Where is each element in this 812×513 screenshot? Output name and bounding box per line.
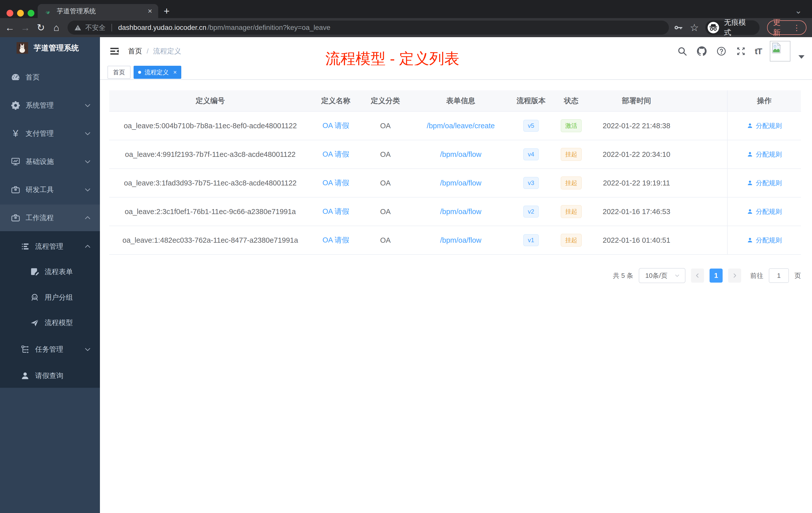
table-row: oa_leave:4:991f2193-7b7f-11ec-a3c8-acde4… [109,140,801,169]
password-key-icon[interactable] [673,23,684,33]
select-chevron-down-icon [674,272,680,279]
chevron-down-icon [84,158,91,165]
goto-page-input[interactable] [769,268,789,283]
security-warning-icon [74,24,82,31]
bookmark-star-icon[interactable]: ☆ [690,22,699,33]
sidebar-item-task-management[interactable]: 任务管理 [0,336,100,363]
definition-category: OA [360,179,410,187]
search-icon[interactable] [676,46,688,57]
deploy-time: 2022-01-22 19:19:11 [591,179,682,187]
url-divider [112,24,112,31]
main-content: 首页 / 流程定义 流程模型 - 定义列表 [100,37,812,513]
assign-rule-link[interactable]: 分配规则 [747,207,782,216]
sidebar-item-dev-tools[interactable]: 研发工具 [0,176,100,203]
definition-category: OA [360,150,410,159]
help-icon[interactable] [716,46,727,57]
form-link[interactable]: /bpm/oa/flow [410,236,511,244]
address-bar[interactable]: 不安全 dashboard.yudao.iocoder.cn/bpm/manag… [67,21,669,35]
chevron-up-icon [84,214,91,221]
definition-name-link[interactable]: OA 请假 [311,178,360,188]
sidebar-item-label: 支付管理 [26,129,84,138]
person-icon [20,370,31,381]
fullscreen-icon[interactable] [735,46,747,57]
assign-user-icon [747,237,753,243]
assign-rule-link[interactable]: 分配规则 [747,150,782,159]
next-page-button[interactable] [728,269,741,282]
breadcrumb-current: 流程定义 [153,47,181,56]
status-badge: 挂起 [561,205,582,218]
reload-button[interactable]: ↻ [33,22,49,33]
assign-rule-link[interactable]: 分配规则 [747,121,782,130]
browser-tab[interactable]: 芋道管理系统 × [38,4,158,18]
paper-plane-icon [29,317,40,328]
sidebar-item-user-group[interactable]: 用户分组 [0,284,100,311]
definition-name-link[interactable]: OA 请假 [311,235,360,245]
form-link[interactable]: /bpm/oa/flow [410,208,511,216]
incognito-icon [707,21,720,34]
window-close-button[interactable] [6,10,13,17]
gear-icon [10,100,21,111]
tab-close-icon[interactable]: × [148,7,152,15]
sidebar-item-process-management[interactable]: 流程管理 [0,233,100,260]
sidebar-item-payment-management[interactable]: ¥ 支付管理 [0,120,100,147]
column-header: 表单信息 [410,96,511,106]
update-browser-button[interactable]: 更新 ⋮ [767,20,807,35]
sidebar-item-system-management[interactable]: 系统管理 [0,92,100,119]
sidebar-item-workflow[interactable]: 工作流程 [0,205,100,231]
sidebar-item-leave-query[interactable]: 请假查询 [0,362,100,389]
app-logo-rabbit-avatar [17,42,28,54]
form-link[interactable]: /bpm/oa/flow [410,150,511,159]
goto-label: 前往 [750,271,763,280]
forward-button[interactable]: → [18,22,33,33]
definition-name-link[interactable]: OA 请假 [311,121,360,131]
avatar-caret-down-icon[interactable] [799,55,805,59]
definition-name-link[interactable]: OA 请假 [311,149,360,159]
tag-process-definition[interactable]: 流程定义 × [134,66,181,79]
home-button[interactable]: ⌂ [49,22,64,33]
current-page-button[interactable]: 1 [709,269,723,282]
tag-close-icon[interactable]: × [173,69,177,76]
security-label[interactable]: 不安全 [85,23,106,32]
sidebar-item-label: 工作流程 [26,213,84,222]
toolbar-right-cluster: ☆ 无痕模式 更新 ⋮ [673,20,812,35]
chevron-down-icon [84,130,91,137]
definition-name-link[interactable]: OA 请假 [311,207,360,217]
github-icon[interactable] [696,46,707,57]
new-tab-button[interactable]: + [164,5,170,17]
browser-menu-dots-icon[interactable]: ⋮ [793,23,801,32]
table-row: oa_leave:2:3c1f0ef1-76b1-11ec-9c66-a2380… [109,198,801,226]
sidebar-item-home[interactable]: 首页 [0,64,100,91]
avatar[interactable] [770,41,790,61]
page-size-select[interactable]: 10条/页 [639,268,686,283]
form-link[interactable]: /bpm/oa/flow [410,179,511,187]
table-header-row: 定义编号 定义名称 定义分类 表单信息 流程版本 状态 部署时间 操作 [109,90,801,112]
status-badge: 挂起 [561,234,582,247]
definition-category: OA [360,208,410,216]
sidebar-item-process-form[interactable]: 流程表单 [0,259,100,285]
tab-search-chevron-icon[interactable]: ⌄ [795,5,802,16]
sidebar-logo-row[interactable]: 芋道管理系统 [0,37,100,54]
prev-page-button[interactable] [691,269,704,282]
back-button[interactable]: ← [2,22,18,33]
definition-id: oa_leave:2:3c1f0ef1-76b1-11ec-9c66-a2380… [109,208,311,216]
sidebar-item-label: 基础设施 [26,157,84,167]
sidebar-item-process-model[interactable]: 流程模型 [0,309,100,336]
sidebar: 芋道管理系统 首页 系统管理 [0,37,100,513]
deploy-time: 2022-01-16 01:40:51 [591,236,682,244]
tag-label: 首页 [113,68,125,76]
form-link[interactable]: /bpm/oa/leave/create [410,122,511,130]
column-header: 定义编号 [109,96,311,106]
screenshot-root: 芋道管理系统 × + ⌄ ← → ↻ ⌂ 不安全 dashboard.yudao… [0,0,812,513]
tag-home[interactable]: 首页 [108,66,130,79]
window-maximize-button[interactable] [28,10,34,17]
breadcrumb-home[interactable]: 首页 [128,47,142,56]
assign-rule-link[interactable]: 分配规则 [747,236,782,245]
version-badge: v4 [523,148,539,160]
assign-rule-link[interactable]: 分配规则 [747,179,782,187]
sidebar-item-infrastructure[interactable]: 基础设施 [0,148,100,175]
column-header: 定义名称 [311,96,360,106]
window-minimize-button[interactable] [17,10,24,17]
font-size-icon[interactable]: tT [755,47,762,56]
sidebar-collapse-icon[interactable] [109,46,120,57]
chevron-down-icon [84,345,91,353]
